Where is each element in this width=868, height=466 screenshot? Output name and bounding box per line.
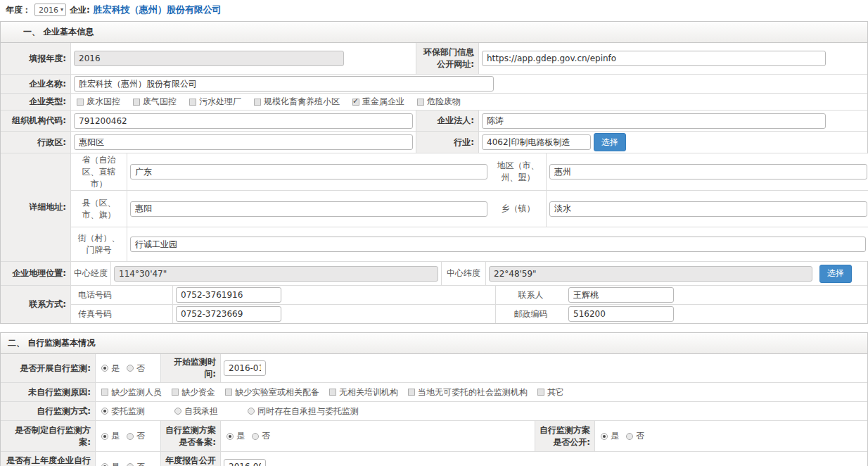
phone-cell	[173, 286, 495, 304]
row-plan: 是否制定自行监测方案: 是 否 自行监测方案是否备案: 是 否 自行监测方案是否…	[1, 420, 867, 451]
legal-person-label: 企业法人:	[416, 111, 479, 131]
option-label: 无相关培训机构	[339, 386, 398, 398]
industry-select-button[interactable]: 选择	[594, 133, 626, 151]
option-label: 废水国控	[87, 96, 120, 108]
radio-icon	[101, 463, 108, 466]
row-company-type: 企业类型: 废水国控 废气国控 污水处理厂 规模化畜禽养殖小区 重金属企业	[1, 93, 867, 110]
company-type-option-wastewater[interactable]: 废水国控	[77, 96, 120, 108]
report-time-input[interactable]	[224, 459, 266, 466]
carry-out-no[interactable]: 否	[127, 363, 145, 374]
mode-option-delegated[interactable]: 委托监测	[101, 405, 145, 417]
zip-input[interactable]	[568, 306, 674, 322]
legal-person-input[interactable]	[482, 113, 826, 129]
checkbox-icon	[189, 99, 196, 106]
checkbox-icon	[133, 99, 140, 106]
plan-public-yes[interactable]: 是	[601, 430, 619, 442]
address-label: 详细地址:	[1, 153, 71, 261]
radio-icon	[101, 408, 108, 415]
year-select[interactable]: 2016 ▾	[34, 4, 66, 16]
contact-group: 电话号码 联系人 传真号码 邮政编码	[71, 286, 867, 323]
no-reason-option-other[interactable]: 其它	[537, 386, 564, 398]
option-label: 是	[111, 430, 120, 442]
industry-input[interactable]	[482, 134, 591, 150]
company-type-option-wastegas[interactable]: 废气国控	[133, 96, 177, 108]
company-type-option-heavy-metal[interactable]: 重金属企业	[352, 96, 404, 108]
geo-select-button[interactable]: 选择	[819, 265, 852, 283]
checkbox-icon	[537, 389, 544, 396]
town-input[interactable]	[549, 201, 867, 217]
checkbox-icon	[329, 389, 336, 396]
report-year-cell	[71, 43, 416, 74]
section1-title: 一、 企业基本信息	[23, 27, 94, 37]
company-type-option-livestock[interactable]: 规模化畜禽养殖小区	[254, 96, 340, 108]
option-label: 自我承担	[184, 405, 218, 417]
district-input[interactable]	[74, 134, 413, 150]
option-label: 缺少实验室或相关配备	[235, 386, 319, 398]
option-label: 重金属企业	[362, 96, 404, 108]
mode-options: 委托监测 自我承担 同时存在自承担与委托监测	[96, 402, 867, 420]
checkbox-icon	[101, 389, 108, 396]
radio-icon	[101, 365, 108, 372]
latitude-input[interactable]	[489, 266, 812, 282]
checkbox-icon	[254, 99, 261, 106]
company-type-label: 企业类型:	[1, 94, 71, 110]
no-reason-option-lab[interactable]: 缺少实验室或相关配备	[225, 386, 319, 398]
row-company-name: 企业名称:	[1, 74, 867, 93]
no-reason-option-training[interactable]: 无相关培训机构	[329, 386, 398, 398]
row-org-code: 组织机构代码: 企业法人:	[1, 110, 867, 131]
option-label: 缺少资金	[181, 386, 215, 398]
mode-option-self[interactable]: 自我承担	[174, 405, 218, 417]
company-name-input[interactable]	[74, 76, 494, 92]
prev-report-radios: 是 否	[96, 452, 161, 466]
option-label: 缺少监测人员	[111, 386, 162, 398]
checkbox-icon	[225, 389, 232, 396]
company-type-option-hazardous-waste[interactable]: 危险废物	[417, 96, 461, 108]
prev-report-yes[interactable]: 是	[101, 461, 120, 466]
topbar: 年度： 2016 ▾ 企业: 胜宏科技（惠州）股份有限公司	[0, 0, 868, 20]
plan-made-no[interactable]: 否	[127, 430, 145, 442]
plan-filed-yes[interactable]: 是	[226, 430, 245, 442]
report-time-cell	[221, 452, 867, 466]
org-code-input[interactable]	[74, 113, 413, 129]
plan-public-no[interactable]: 否	[626, 430, 644, 442]
company-name-cell	[71, 75, 867, 93]
province-input[interactable]	[130, 164, 487, 180]
org-code-label: 组织机构代码:	[1, 111, 71, 131]
radio-icon	[127, 463, 134, 466]
company-type-option-sewage-plant[interactable]: 污水处理厂	[189, 96, 241, 108]
plan-made-yes[interactable]: 是	[101, 430, 120, 442]
street-input[interactable]	[130, 237, 866, 252]
town-label: 乡（镇）	[490, 191, 547, 227]
no-reason-option-staff[interactable]: 缺少监测人员	[101, 386, 162, 398]
phone-input[interactable]	[176, 287, 281, 303]
no-reason-option-funds[interactable]: 缺少资金	[172, 386, 215, 398]
row-contact: 联系方式: 电话号码 联系人 传真号码 邮政编码	[1, 285, 867, 323]
legal-person-cell	[479, 111, 867, 131]
address-subrow-1: 省（自治区、直辖市） 地区（市、州、盟）	[71, 153, 868, 190]
region-input[interactable]	[549, 164, 867, 180]
prev-report-no[interactable]: 否	[127, 461, 145, 466]
row-report-year: 填报年度: 环保部门信息公开网址:	[1, 43, 867, 74]
carry-out-radios: 是 否	[96, 354, 161, 382]
no-reason-option-no-agency[interactable]: 当地无可委托的社会监测机构	[408, 386, 528, 398]
contact-person-input[interactable]	[568, 287, 674, 303]
longitude-input[interactable]	[114, 266, 438, 282]
start-time-label: 开始监测时间:	[161, 354, 221, 382]
carry-out-yes[interactable]: 是	[101, 363, 120, 374]
mode-option-both[interactable]: 同时存在自承担与委托监测	[248, 405, 359, 417]
env-url-input[interactable]	[482, 51, 826, 66]
self-monitoring-table: 是否开展自行监测: 是 否 开始监测时间: 未自行监测原因: 缺少监测人员	[0, 354, 868, 466]
county-input[interactable]	[130, 201, 487, 217]
option-label: 废气国控	[143, 96, 177, 108]
env-url-cell	[479, 43, 867, 74]
row-prev-report: 是否有上年度企业自行监测年度报告: 是 否 年度报告公开时间:	[1, 451, 867, 466]
radio-icon	[226, 433, 234, 440]
year-label: 年度：	[6, 4, 31, 16]
option-label: 否	[636, 430, 644, 442]
start-time-input[interactable]	[224, 360, 266, 376]
report-year-input[interactable]	[74, 51, 344, 66]
address-subrow-2: 县（区、市、旗） 乡（镇）	[71, 190, 868, 227]
option-label: 其它	[547, 386, 564, 398]
plan-filed-no[interactable]: 否	[252, 430, 270, 442]
fax-input[interactable]	[176, 306, 281, 322]
